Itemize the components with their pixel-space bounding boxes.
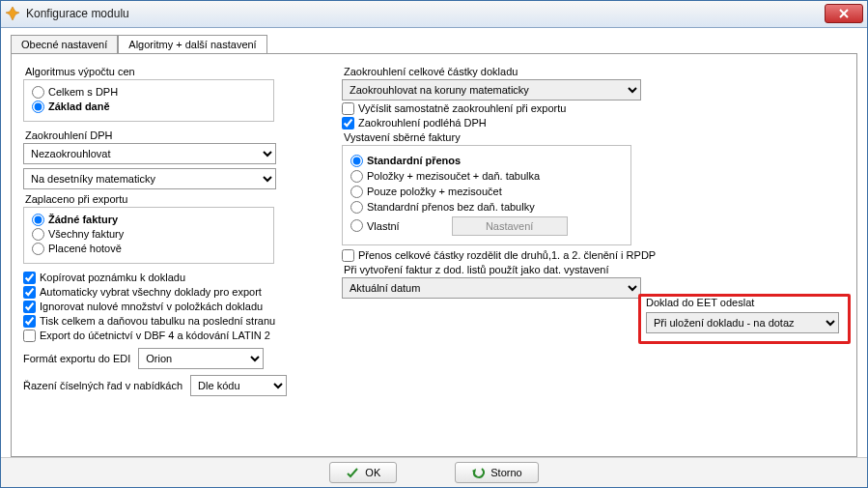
- chk-podleha[interactable]: Zaokrouhlení podléhá DPH: [342, 117, 863, 129]
- zaokr-cast-select[interactable]: Zaokrouhlovat na koruny matematicky: [342, 79, 641, 100]
- tab-algorithms[interactable]: Algoritmy + další nastavení: [118, 35, 266, 54]
- window-title: Konfigurace modulu: [26, 7, 825, 20]
- edi-select[interactable]: Orion: [138, 348, 264, 369]
- zaplaceno-label: Zaplaceno při exportu: [25, 193, 322, 205]
- right-column: Zaokrouhlení celkové částky dokladu Zaok…: [342, 64, 863, 396]
- chk-ignorovat[interactable]: Ignorovat nulové množství v položkách do…: [23, 301, 322, 313]
- radio-zadne-faktury[interactable]: Žádné faktury: [32, 214, 266, 226]
- chk-autovybrat[interactable]: Automaticky vybrat všechny doklady pro e…: [23, 286, 322, 299]
- tab-general[interactable]: Obecné nastavení: [11, 35, 118, 54]
- chk-vycislit[interactable]: Vyčíslit samostatně zaokrouhlení při exp…: [342, 102, 863, 115]
- check-icon: [346, 466, 359, 479]
- left-column: Algoritmus výpočtu cen Celkem s DPH Zákl…: [23, 64, 322, 396]
- razeni-label: Řazení číselných řad v nabídkách: [23, 380, 182, 391]
- app-icon: [5, 6, 20, 21]
- titlebar: Konfigurace modulu: [1, 1, 867, 28]
- zaokr-dph-2[interactable]: Na desetníky matematicky: [23, 168, 276, 189]
- tab-pane: Algoritmus výpočtu cen Celkem s DPH Zákl…: [11, 53, 857, 457]
- chk-tisk[interactable]: Tisk celkem a daňovou tabulku na posledn…: [23, 315, 322, 328]
- close-button[interactable]: [825, 4, 863, 23]
- sberne-group: Standardní přenos Položky + mezisoučet +…: [342, 145, 631, 245]
- radio-vsechny-faktury[interactable]: Všechny faktury: [32, 228, 266, 241]
- radio-placene-hotove[interactable]: Placené hotově: [32, 243, 266, 255]
- edi-label: Formát exportu do EDI: [23, 353, 130, 364]
- chk-kopirovat[interactable]: Kopírovat poznámku k dokladu: [23, 272, 322, 284]
- chk-prenos[interactable]: Přenos celkové částky rozdělit dle druhů…: [342, 249, 863, 262]
- alg-label: Algoritmus výpočtu cen: [25, 66, 322, 77]
- sberne-label: Vystavení sběrné faktury: [344, 131, 863, 143]
- storno-button[interactable]: Storno: [455, 462, 538, 483]
- undo-icon: [471, 466, 485, 479]
- radio-vlastni[interactable]: Vlastní Nastavení: [350, 216, 623, 236]
- radio-polozky[interactable]: Pouze položky + mezisoučet: [350, 186, 623, 198]
- zaokr-dph-label: Zaokrouhlení DPH: [25, 129, 322, 141]
- vytvoreni-label: Při vytvoření faktur z dod. listů použít…: [344, 264, 863, 275]
- alg-group: Celkem s DPH Základ daně: [23, 79, 274, 122]
- eet-label: Doklad do EET odeslat: [646, 297, 844, 308]
- config-window: Konfigurace modulu Obecné nastavení Algo…: [0, 0, 868, 488]
- radio-standard-bez[interactable]: Standardní přenos bez daň. tabulky: [350, 201, 623, 214]
- eet-select[interactable]: Při uložení dokladu - na dotaz: [646, 312, 839, 333]
- chk-export-latin2[interactable]: Export do účetnictví v DBF 4 a kódování …: [23, 330, 322, 342]
- svg-marker-0: [6, 7, 19, 20]
- ok-button[interactable]: OK: [329, 462, 397, 483]
- zaokr-dph-1[interactable]: Nezaokrouhlovat: [23, 143, 276, 164]
- eet-block: Doklad do EET odeslat Při uložení doklad…: [646, 297, 844, 333]
- radio-standard[interactable]: Standardní přenos: [350, 155, 623, 167]
- radio-zaklad-dane[interactable]: Základ daně: [32, 100, 266, 113]
- nastaveni-button: Nastavení: [452, 216, 568, 236]
- tabs: Obecné nastavení Algoritmy + další nasta…: [11, 34, 857, 53]
- radio-celkem-dph[interactable]: Celkem s DPH: [32, 86, 266, 99]
- vytvoreni-select[interactable]: Aktuální datum: [342, 277, 641, 299]
- zaokr-cast-label: Zaokrouhlení celkové částky dokladu: [344, 66, 863, 77]
- razeni-select[interactable]: Dle kódu: [190, 375, 287, 396]
- zaplaceno-group: Žádné faktury Všechny faktury Placené ho…: [23, 207, 274, 264]
- footer: OK Storno: [1, 457, 867, 487]
- radio-polozky-tab[interactable]: Položky + mezisoučet + daň. tabulka: [350, 170, 623, 183]
- body: Obecné nastavení Algoritmy + další nasta…: [1, 28, 867, 457]
